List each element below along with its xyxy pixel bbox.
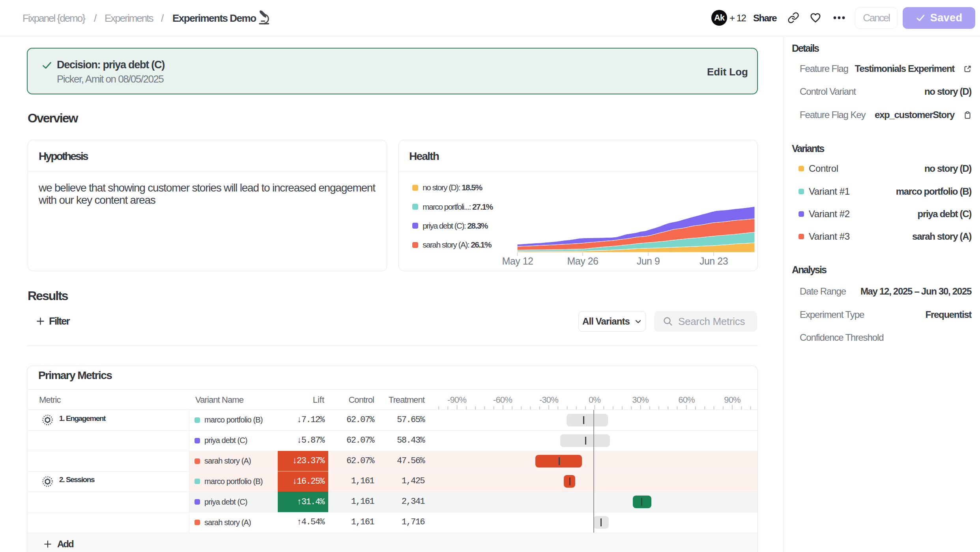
svg-text:May 12: May 12: [502, 255, 533, 267]
svg-text:Jun 9: Jun 9: [637, 255, 660, 267]
svg-text:May 26: May 26: [567, 255, 598, 267]
svg-text:Jun 23: Jun 23: [699, 255, 728, 267]
